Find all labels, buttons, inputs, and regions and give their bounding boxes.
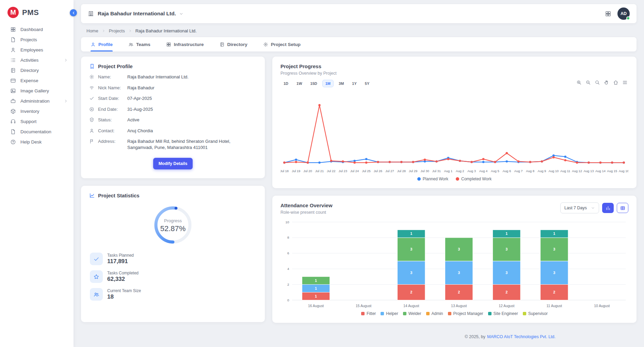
- attendance-chart[interactable]: 024681011116 August15 August233114 Augus…: [280, 218, 628, 310]
- tab-teams[interactable]: Teams: [128, 37, 150, 51]
- modify-details-button[interactable]: Modify Details: [153, 158, 193, 169]
- help-desk-icon: [10, 139, 16, 145]
- teams-tab-icon: [128, 42, 133, 47]
- svg-text:1: 1: [505, 232, 508, 236]
- range-1m[interactable]: 1M: [322, 80, 334, 87]
- tab-label: Teams: [136, 42, 150, 47]
- field-value: Raja Bahadur Mill Rd, behind Sheraton Gr…: [127, 138, 257, 150]
- range-1d[interactable]: 1D: [280, 80, 291, 87]
- field-value: 31-Aug-2025: [127, 106, 257, 112]
- tab-infrastructure[interactable]: Infrastructure: [166, 37, 204, 51]
- gear-icon: [89, 74, 94, 79]
- sidebar-item-label: Directory: [20, 68, 68, 73]
- project-progress-chart[interactable]: Jul 18Jul 19Jul 20Jul 21Jul 22Jul 23Jul …: [280, 94, 628, 175]
- legend-item[interactable]: Site Engineer: [488, 311, 518, 316]
- svg-text:1: 1: [315, 278, 317, 283]
- svg-text:1: 1: [315, 294, 317, 298]
- documentation-icon: [10, 129, 16, 135]
- company-selector[interactable]: Raja Bahadur International Ltd.: [98, 11, 183, 17]
- range-1w[interactable]: 1W: [293, 80, 305, 87]
- stat-value: 18: [107, 293, 141, 300]
- tab-label: Profile: [98, 42, 113, 47]
- legend-item[interactable]: Supervisor: [523, 311, 548, 316]
- sidebar-item-employees[interactable]: Employees: [0, 45, 74, 55]
- svg-text:Jul 30: Jul 30: [420, 169, 429, 173]
- user-avatar[interactable]: AD: [617, 7, 630, 20]
- svg-text:Aug 7: Aug 7: [514, 169, 523, 173]
- legend-item[interactable]: Welder: [403, 311, 421, 316]
- svg-text:Jul 24: Jul 24: [350, 169, 359, 173]
- shield-icon: [89, 117, 94, 122]
- card-title: Project Profile: [98, 63, 133, 69]
- range-5y[interactable]: 5Y: [362, 80, 372, 87]
- svg-text:Aug 15: Aug 15: [607, 169, 617, 173]
- range-15d[interactable]: 15D: [307, 80, 320, 87]
- sidebar-collapse-button[interactable]: [70, 9, 77, 16]
- directory-tab-icon: [220, 42, 225, 47]
- people-icon: [93, 291, 99, 298]
- zoom-out-icon[interactable]: [585, 80, 591, 85]
- breadcrumb-home[interactable]: Home: [86, 28, 98, 33]
- legend-item[interactable]: Helper: [381, 311, 398, 316]
- project-statistics-card: Project Statistics Progress: [81, 186, 265, 322]
- footer-company-link[interactable]: MARCO AIoT Technologies Pvt. Ltd.: [487, 334, 556, 339]
- legend-item[interactable]: Project Manager: [448, 311, 483, 316]
- sidebar-item-label: Image Gallery: [20, 88, 68, 93]
- bar-view-toggle[interactable]: [602, 203, 614, 213]
- menu-icon[interactable]: [622, 80, 628, 85]
- selection-zoom-icon[interactable]: [595, 80, 600, 85]
- home-icon[interactable]: [613, 80, 618, 85]
- app-logo[interactable]: M PMS: [0, 0, 74, 24]
- svg-text:Jul 28: Jul 28: [397, 169, 406, 173]
- check-icon: [93, 256, 99, 262]
- field-label: End Date:: [98, 106, 127, 112]
- svg-text:11 August: 11 August: [547, 304, 562, 308]
- sidebar-item-projects[interactable]: Projects: [0, 34, 74, 45]
- legend-label: Helper: [386, 311, 398, 316]
- legend-item[interactable]: Planned Work: [417, 177, 448, 181]
- image-gallery-icon: [10, 88, 16, 94]
- range-3m[interactable]: 3M: [336, 80, 347, 87]
- table-view-toggle[interactable]: [617, 203, 628, 213]
- sidebar-item-help-desk[interactable]: Help Desk: [0, 137, 74, 147]
- zoom-in-icon[interactable]: [576, 80, 582, 85]
- legend-item[interactable]: Admin: [426, 311, 443, 316]
- legend-marker: [403, 312, 406, 315]
- app-grid-icon[interactable]: [605, 11, 611, 17]
- pan-icon[interactable]: [604, 80, 609, 85]
- sidebar-item-expense[interactable]: Expense: [0, 75, 74, 86]
- legend-item[interactable]: Completed Work: [456, 177, 492, 181]
- sidebar-item-activities[interactable]: Activities: [0, 55, 74, 65]
- tab-directory[interactable]: Directory: [220, 37, 247, 51]
- sidebar-item-image-gallery[interactable]: Image Gallery: [0, 86, 74, 96]
- field-value: Raja Bahadur: [127, 85, 257, 91]
- check-icon: [89, 96, 94, 101]
- card-subtitle: Progress Overview by Project: [280, 71, 628, 76]
- sidebar-item-label: Dashboard: [20, 27, 68, 32]
- field-nick-name: Nick Name:Raja Bahadur: [89, 85, 257, 91]
- svg-text:Aug 13: Aug 13: [584, 169, 594, 173]
- company-name: Raja Bahadur International Ltd.: [98, 11, 176, 17]
- inventory-icon: [10, 108, 16, 114]
- sidebar-item-inventory[interactable]: Inventory: [0, 106, 74, 116]
- sidebar-item-directory[interactable]: Directory: [0, 65, 74, 75]
- range-1y[interactable]: 1Y: [349, 80, 359, 87]
- svg-text:14 August: 14 August: [403, 304, 419, 308]
- svg-text:Jul 21: Jul 21: [315, 169, 324, 173]
- sidebar-item-documentation[interactable]: Documentation: [0, 126, 74, 137]
- svg-text:2: 2: [287, 283, 289, 286]
- date-range-select[interactable]: Last 7 Days: [560, 202, 599, 213]
- table-icon: [620, 206, 625, 211]
- tab-project-setup[interactable]: Project Setup: [263, 37, 301, 51]
- svg-text:15 August: 15 August: [356, 304, 371, 308]
- card-subtitle: Role-wise present count: [280, 210, 333, 215]
- sidebar-item-support[interactable]: Support: [0, 116, 74, 126]
- tab-profile[interactable]: Profile: [91, 37, 113, 51]
- svg-text:Jul 27: Jul 27: [385, 169, 394, 173]
- sidebar-item-administration[interactable]: Administration: [0, 96, 74, 106]
- sidebar-item-dashboard[interactable]: Dashboard: [0, 24, 74, 34]
- breadcrumb-projects[interactable]: Projects: [109, 28, 125, 33]
- main-area: Raja Bahadur International Ltd. AD Home …: [74, 0, 644, 347]
- svg-text:Aug 6: Aug 6: [502, 169, 511, 173]
- legend-item[interactable]: Fitter: [361, 311, 376, 316]
